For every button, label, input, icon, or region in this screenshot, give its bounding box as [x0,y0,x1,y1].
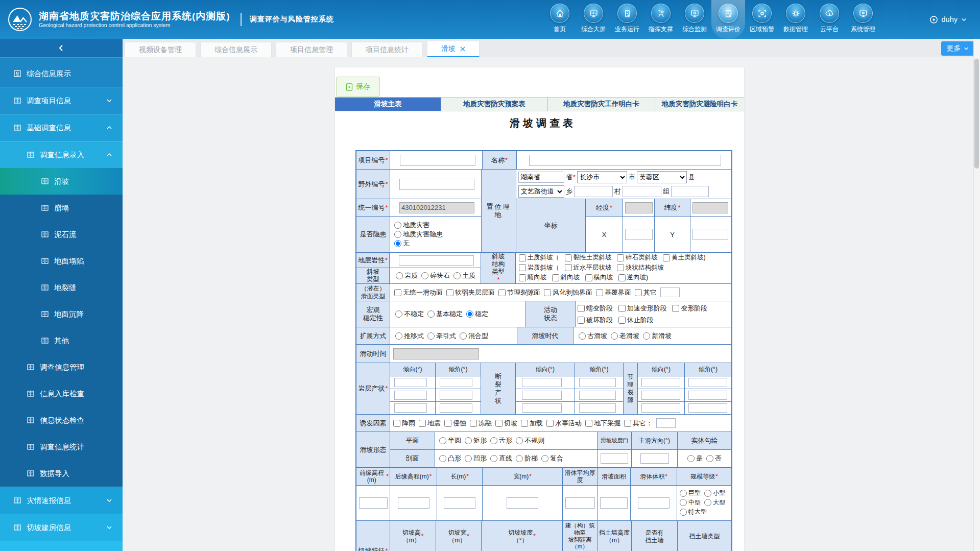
width-input[interactable] [507,497,538,509]
joint-dip-input[interactable] [641,391,680,400]
radio[interactable] [465,455,472,462]
sidebar-item-survey-project-info[interactable]: 调查项目信息 [0,87,123,114]
activity-option[interactable]: 休止阶段 [618,315,654,325]
sidebar-item-survey-info-entry[interactable]: 调查信息录入 [0,141,123,168]
scale-option[interactable]: 特大型 [680,508,707,516]
scale-option[interactable]: 巨型 [680,489,701,497]
stability-option[interactable]: 稳定 [466,309,488,319]
surface-option[interactable]: 风化剥蚀界面 [544,288,592,297]
sidebar-item-survey-info-statistics[interactable]: 调查信息统计 [0,434,123,460]
checkbox[interactable] [617,254,624,261]
era-option[interactable]: 老滑坡 [611,331,639,341]
project-no-input[interactable] [400,155,475,166]
nav-big-screen[interactable]: 综合大屏 [577,0,610,39]
radio[interactable] [516,437,523,444]
profile-option[interactable]: 凸形 [439,454,461,463]
checkbox[interactable] [519,254,526,261]
activity-option[interactable]: 蠕变阶段 [578,303,613,314]
joint-angle-input[interactable] [688,378,727,387]
y-input[interactable] [692,229,728,240]
radio[interactable] [465,437,472,444]
radio[interactable] [439,437,446,444]
county-select[interactable]: 芙蓉区 [637,171,687,183]
checkbox[interactable] [544,289,551,296]
nav-business-operation[interactable]: 业务运行 [610,0,644,39]
form-tab-prevention-plan[interactable]: 地质灾害防灾预案表 [441,98,548,111]
sidebar-item-other[interactable]: 其他 [0,327,123,354]
field-no-input[interactable] [399,179,474,190]
checkbox[interactable] [519,274,526,281]
bedding-dip-input[interactable] [394,378,427,387]
checkbox[interactable] [624,420,631,427]
joint-dip-input[interactable] [641,378,680,387]
joint-angle-input[interactable] [688,403,727,413]
checkbox[interactable] [446,289,453,296]
slope-type-option[interactable]: 岩质 [396,271,418,280]
tab-video-device-management[interactable]: 视频设备管理 [125,42,196,57]
x-input[interactable] [625,229,653,240]
plane-option[interactable]: 半圆 [439,436,461,445]
fracture-dip-input[interactable] [522,378,562,387]
activity-option[interactable]: 变形阶段 [672,303,707,314]
structure-option[interactable]: 土质斜坡（ [519,253,560,262]
sidebar-item-ground-collapse[interactable]: 地面塌陷 [0,248,123,274]
sidebar-item-slope-housing-info[interactable]: 切坡建房信息 [0,514,123,541]
checkbox[interactable] [565,264,572,271]
checkbox[interactable] [393,420,400,427]
checkbox[interactable] [519,264,526,271]
radio[interactable] [611,332,618,340]
checkbox[interactable] [498,289,506,296]
sidebar-item-info-status-check[interactable]: 信息状态检查 [0,407,123,434]
radio[interactable] [704,490,711,497]
checkbox[interactable] [470,420,477,427]
expansion-option[interactable]: 牵引式 [427,331,456,341]
structure-option[interactable]: 黄土类斜坡) [663,253,706,262]
checkbox[interactable] [585,274,592,281]
radio[interactable] [704,499,711,506]
checkbox[interactable] [585,420,592,427]
fracture-dip-input[interactable] [522,403,562,413]
radio[interactable] [453,272,461,279]
radio[interactable] [680,509,687,516]
slope-degree-input[interactable] [601,453,628,464]
checkbox[interactable] [578,305,585,312]
radio[interactable] [466,310,473,318]
sidebar-item-rockfall[interactable]: 崩塌 [0,195,123,221]
radio[interactable] [680,499,687,506]
joint-angle-input[interactable] [688,391,727,400]
sidebar-item-survey-info-management[interactable]: 调查信息管理 [0,354,123,380]
structure-option[interactable]: 顺向坡 [519,273,547,282]
joint-dip-input[interactable] [641,403,680,413]
trigger-option[interactable]: 地下采掘 [585,419,620,428]
province-input[interactable] [518,172,564,183]
form-tab-work-card[interactable]: 地质灾害防灾工作明白卡 [548,98,655,111]
structure-option[interactable]: 逆向坡) [618,273,649,282]
checkbox[interactable] [546,420,554,427]
structure-option[interactable]: 黏性土类斜坡 [565,253,612,262]
checkbox[interactable] [444,420,451,427]
trigger-option[interactable]: 水事活动 [546,419,582,428]
surface-option[interactable]: 其它 [635,288,657,297]
era-option[interactable]: 古滑坡 [579,331,607,341]
trigger-other-input[interactable] [656,418,676,428]
bedding-angle-input[interactable] [440,403,472,413]
slope-type-option[interactable]: 碎块石 [421,271,450,280]
bedding-dip-input[interactable] [394,391,427,400]
profile-option[interactable]: 直线 [490,454,512,463]
radio[interactable] [395,332,402,340]
hazard-option[interactable]: 地质灾害 [394,221,429,230]
bedding-angle-input[interactable] [440,391,472,400]
radio[interactable] [687,455,695,462]
checkbox[interactable] [617,264,624,271]
fracture-dip-input[interactable] [522,391,562,400]
radio[interactable] [516,455,523,462]
nav-command-support[interactable]: 指挥支撑 [644,0,678,39]
surface-option[interactable]: 基覆界面 [596,288,631,297]
checkbox[interactable] [618,317,626,324]
surface-option[interactable]: 节理裂隙面 [498,288,540,297]
radio[interactable] [643,332,650,340]
checkbox[interactable] [672,305,679,312]
save-button[interactable]: 保存 [336,77,380,97]
profile-option[interactable]: 复合 [541,454,563,463]
radio[interactable] [706,455,713,462]
